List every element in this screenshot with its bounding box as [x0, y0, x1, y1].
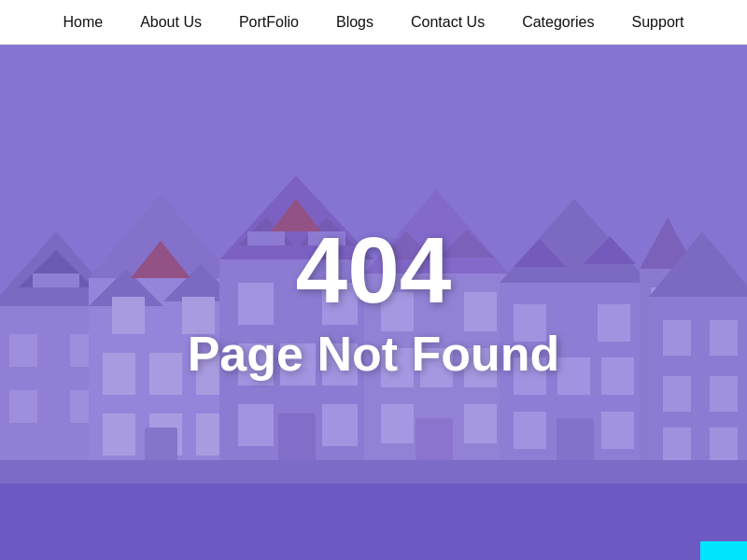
nav-portfolio[interactable]: PortFolio — [239, 14, 299, 31]
nav-categories[interactable]: Categories — [522, 14, 594, 31]
corner-button[interactable] — [700, 541, 747, 560]
nav-contact[interactable]: Contact Us — [411, 14, 485, 31]
hero-section: 404 Page Not Found — [0, 45, 747, 560]
nav-home[interactable]: Home — [63, 14, 103, 31]
error-content: 404 Page Not Found — [188, 223, 560, 382]
error-code: 404 — [188, 223, 560, 316]
nav-support[interactable]: Support — [632, 14, 684, 31]
navbar: Home About Us PortFolio Blogs Contact Us… — [0, 0, 747, 45]
error-message: Page Not Found — [188, 326, 560, 382]
nav-about[interactable]: About Us — [140, 14, 202, 31]
nav-blogs[interactable]: Blogs — [336, 14, 374, 31]
